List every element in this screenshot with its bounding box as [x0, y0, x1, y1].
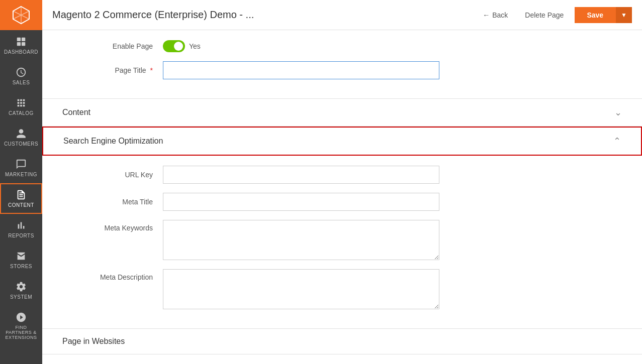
- url-key-label: URL Key: [62, 171, 163, 179]
- page-in-websites-header[interactable]: Page in Websites: [42, 328, 642, 354]
- sidebar-item-catalog-label: CATALOG: [9, 110, 34, 116]
- page-in-websites-title: Page in Websites: [62, 337, 125, 346]
- sidebar-item-system-label: SYSTEM: [10, 294, 32, 300]
- page-title-row: Page Title * Magento 2 Commerce (Enterpr…: [62, 61, 622, 79]
- content-accordion-header[interactable]: Content ⌄: [42, 98, 642, 127]
- url-key-input[interactable]: home: [163, 166, 439, 184]
- sidebar-item-stores[interactable]: STORES: [0, 245, 42, 275]
- save-button[interactable]: Save: [575, 7, 615, 23]
- page-header: Magento 2 Commerce (Enterprise) Demo - .…: [42, 0, 642, 30]
- required-star: *: [150, 66, 153, 74]
- meta-title-label: Meta Title: [62, 198, 163, 206]
- meta-description-row: Meta Description: [62, 269, 622, 309]
- meta-keywords-label: Meta Keywords: [62, 220, 163, 232]
- enable-page-toggle-wrap: Yes: [163, 40, 201, 52]
- sidebar: DASHBOARD SALES CATALOG CUSTOMERS MARKET…: [0, 0, 42, 364]
- header-actions: ← Back Delete Page Save ▼: [477, 7, 632, 23]
- save-dropdown-button[interactable]: ▼: [615, 7, 632, 23]
- sidebar-item-marketing-label: MARKETING: [5, 172, 37, 177]
- sidebar-item-customers[interactable]: CUSTOMERS: [0, 122, 42, 153]
- enable-page-row: Enable Page Yes: [62, 40, 622, 52]
- meta-keywords-row: Meta Keywords: [62, 220, 622, 260]
- page-title: Magento 2 Commerce (Enterprise) Demo - .…: [52, 9, 477, 21]
- enable-page-toggle[interactable]: [163, 40, 185, 52]
- seo-section-title: Search Engine Optimization: [63, 137, 163, 146]
- sidebar-item-catalog[interactable]: CATALOG: [0, 91, 42, 122]
- main-area: Magento 2 Commerce (Enterprise) Demo - .…: [42, 0, 642, 364]
- meta-title-row: Meta Title: [62, 193, 622, 211]
- sidebar-item-dashboard-label: DASHBOARD: [4, 49, 38, 55]
- toggle-slider: [163, 40, 185, 52]
- sidebar-logo[interactable]: [0, 0, 42, 30]
- content-collapse-icon: ⌄: [614, 107, 622, 118]
- sidebar-item-sales[interactable]: SALES: [0, 61, 42, 91]
- page-title-input[interactable]: Magento 2 Commerce (Enterprise) Demo - B…: [163, 61, 439, 79]
- sidebar-item-content-label: CONTENT: [8, 202, 34, 208]
- seo-collapse-icon: ⌃: [613, 136, 621, 147]
- svg-rect-3: [22, 42, 25, 46]
- content-area: Enable Page Yes Page Title * Magento 2 C…: [42, 30, 642, 364]
- save-button-wrap: Save ▼: [575, 7, 632, 23]
- svg-rect-1: [22, 38, 25, 41]
- sidebar-item-system[interactable]: SYSTEM: [0, 275, 42, 306]
- meta-title-input[interactable]: [163, 193, 439, 211]
- sidebar-item-reports[interactable]: REPORTS: [0, 214, 42, 245]
- enable-page-label: Enable Page: [62, 42, 163, 50]
- sidebar-item-stores-label: STORES: [10, 264, 32, 269]
- meta-keywords-input[interactable]: [163, 220, 439, 260]
- delete-page-button[interactable]: Delete Page: [519, 8, 570, 22]
- back-arrow-icon: ←: [483, 11, 490, 19]
- seo-fields-section: URL Key home Meta Title Meta Keywords Me…: [42, 156, 642, 328]
- meta-description-label: Meta Description: [62, 269, 163, 281]
- seo-accordion-header[interactable]: Search Engine Optimization ⌃: [42, 127, 642, 156]
- sidebar-item-find-partners[interactable]: FIND PARTNERS & EXTENSIONS: [0, 306, 42, 346]
- meta-description-input[interactable]: [163, 269, 439, 309]
- sidebar-item-dashboard[interactable]: DASHBOARD: [0, 30, 42, 61]
- url-key-row: URL Key home: [62, 166, 622, 184]
- svg-rect-2: [17, 42, 21, 46]
- sidebar-item-marketing[interactable]: MARKETING: [0, 153, 42, 183]
- content-section-title: Content: [62, 108, 90, 117]
- enable-page-value: Yes: [189, 42, 201, 50]
- back-button[interactable]: ← Back: [477, 8, 514, 22]
- sidebar-item-content[interactable]: CONTENT: [0, 183, 42, 214]
- svg-rect-0: [17, 38, 21, 41]
- sidebar-item-sales-label: SALES: [13, 80, 30, 85]
- page-title-label: Page Title *: [62, 66, 163, 74]
- back-label: Back: [492, 11, 508, 19]
- sidebar-item-customers-label: CUSTOMERS: [4, 141, 38, 147]
- sidebar-item-reports-label: REPORTS: [8, 233, 34, 238]
- basic-fields-section: Enable Page Yes Page Title * Magento 2 C…: [42, 30, 642, 98]
- sidebar-item-find-partners-label: FIND PARTNERS & EXTENSIONS: [3, 325, 39, 340]
